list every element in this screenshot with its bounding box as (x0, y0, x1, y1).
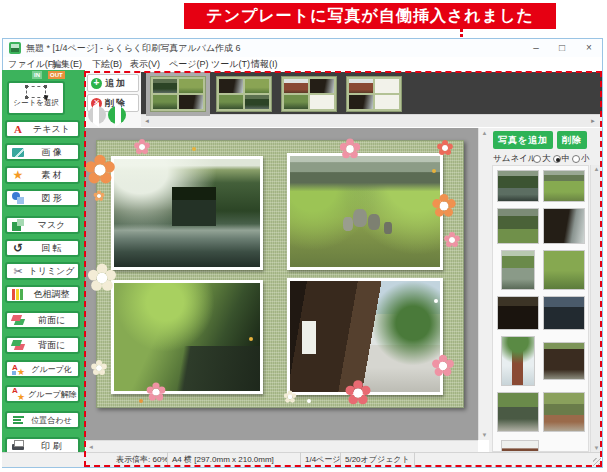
flower-decoration (442, 145, 448, 151)
photo-thumb[interactable] (497, 170, 539, 202)
previous-page-button[interactable] (88, 106, 106, 124)
tool-bring-front[interactable]: 前面に (5, 311, 80, 329)
minimize-button[interactable]: – (527, 40, 545, 55)
tool-shapes[interactable]: 図 形 (5, 189, 80, 207)
size-option-large[interactable]: 大 (533, 153, 551, 165)
photo-thumb[interactable] (543, 392, 585, 432)
dot-decoration (249, 337, 253, 341)
text-a-icon: A (12, 123, 24, 135)
album-page[interactable] (96, 140, 464, 408)
photo-thumb[interactable] (497, 208, 539, 244)
photo-pond-temple[interactable] (111, 156, 263, 270)
tool-mask[interactable]: マスク (5, 216, 80, 234)
scroll-down-icon[interactable]: ▼ (591, 445, 602, 451)
ungroup-icon: A★ (12, 388, 24, 400)
tool-send-back[interactable]: 背面に (5, 336, 80, 354)
menu-page[interactable]: ページ(P) (169, 58, 208, 71)
page-thumbnail-3[interactable] (281, 76, 337, 112)
mask-icon (12, 219, 24, 231)
dot-decoration (432, 169, 436, 173)
menu-tools[interactable]: ツール(T) (211, 58, 250, 71)
canvas-horizontal-scrollbar[interactable]: ◄ (85, 440, 478, 452)
photo-thumb[interactable] (501, 250, 535, 290)
flower-decoration (139, 144, 145, 150)
photo-panel: 写真を追加 削除 サムネイル 大 中 小 (489, 128, 602, 452)
right-arrow-icon (115, 102, 121, 127)
page-number-status: 1/4ページ (301, 452, 341, 467)
print-icon (12, 440, 24, 452)
tool-hue[interactable]: 色相調整 (5, 285, 80, 303)
flower-decoration (440, 202, 449, 211)
strip-scrollbar[interactable]: ◄ ► (141, 114, 602, 127)
photo-list-scrollbar[interactable]: ▲ ▼ (590, 165, 601, 452)
image-icon (12, 148, 24, 157)
add-photo-button[interactable]: 写真を追加 (493, 131, 553, 149)
align-icon (13, 415, 24, 425)
paper-size-status: A4 横 [297.0mm x 210.0mm] (168, 452, 301, 467)
tool-trim[interactable]: ✂ トリミング (5, 262, 80, 280)
hue-bars-icon (12, 288, 24, 300)
flower-decoration (97, 194, 101, 198)
add-page-button[interactable]: + 追加 (87, 74, 139, 92)
photo-garden-veranda[interactable] (111, 280, 263, 394)
close-button[interactable]: × (580, 40, 598, 55)
radio-icon (533, 155, 541, 163)
page-thumbnail-4[interactable] (346, 76, 402, 112)
flower-decoration (288, 395, 293, 400)
maximize-button[interactable]: □ (553, 40, 571, 55)
photo-thumb[interactable] (543, 170, 585, 202)
thumbnail-size-options: 大 中 小 (533, 153, 590, 165)
plus-circle-icon: + (91, 78, 102, 89)
scroll-right-icon[interactable]: ► (590, 115, 596, 128)
dot-decoration (139, 399, 143, 403)
photo-thumb[interactable] (543, 250, 585, 290)
dot-decoration (192, 147, 196, 151)
scroll-up-icon[interactable]: ▲ (591, 166, 602, 172)
album-canvas (85, 128, 478, 440)
photo-thumb[interactable] (497, 392, 539, 432)
page-thumbnail-2[interactable] (216, 76, 272, 112)
size-option-small[interactable]: 小 (572, 153, 590, 165)
photo-thumb[interactable] (543, 342, 585, 380)
menu-info[interactable]: 情報(I) (251, 58, 278, 71)
size-option-medium[interactable]: 中 (553, 153, 571, 165)
resize-grip[interactable] (593, 458, 601, 466)
next-page-button[interactable] (108, 106, 126, 124)
select-sheet-button[interactable]: シートを選択 (7, 81, 65, 115)
menu-template[interactable]: 下絵(B) (92, 58, 122, 71)
photo-thumb[interactable] (501, 440, 539, 452)
dot-decoration (307, 399, 311, 403)
delete-photo-button[interactable]: 削除 (557, 131, 587, 149)
tool-align[interactable]: 位置合わせ (5, 411, 80, 429)
tool-rotate[interactable]: ↺ 回 転 (5, 239, 80, 257)
radio-icon (572, 155, 580, 163)
zoom-in-toggle[interactable]: IN (32, 71, 42, 79)
tool-ungroup[interactable]: A★ グループ解除 (5, 385, 80, 403)
tool-material[interactable]: ★ 素 材 (5, 166, 80, 184)
photo-temple-wall[interactable] (287, 278, 443, 395)
photo-thumb[interactable] (543, 296, 585, 330)
flower-decoration (353, 388, 363, 398)
zoom-out-toggle[interactable]: OUT (48, 71, 65, 79)
menu-view[interactable]: 表示(V) (130, 58, 160, 71)
dot-decoration (434, 299, 438, 303)
page-thumbnail-1[interactable] (150, 76, 206, 112)
flower-decoration (346, 145, 354, 153)
photo-thumb[interactable] (543, 208, 585, 244)
tool-text[interactable]: A テキスト (5, 120, 80, 138)
flower-decoration (96, 365, 102, 371)
radio-icon (553, 155, 561, 163)
tool-image[interactable]: 画 像 (5, 143, 80, 161)
photo-rock-garden[interactable] (287, 153, 443, 270)
photo-thumb[interactable] (497, 296, 539, 330)
scissors-icon: ✂ (12, 265, 24, 277)
flower-decoration (94, 164, 105, 175)
photo-thumb[interactable] (501, 336, 535, 386)
tool-group[interactable]: A★ グループ化 (5, 360, 80, 378)
flower-decoration (449, 237, 455, 243)
bring-front-icon (12, 314, 24, 326)
canvas-vertical-scrollbar[interactable]: ▲ ▼ (478, 128, 489, 440)
scroll-left-icon[interactable]: ◄ (144, 115, 150, 128)
thumbnail-size-label: サムネイル (493, 153, 537, 165)
selection-rectangle-icon (26, 86, 46, 98)
